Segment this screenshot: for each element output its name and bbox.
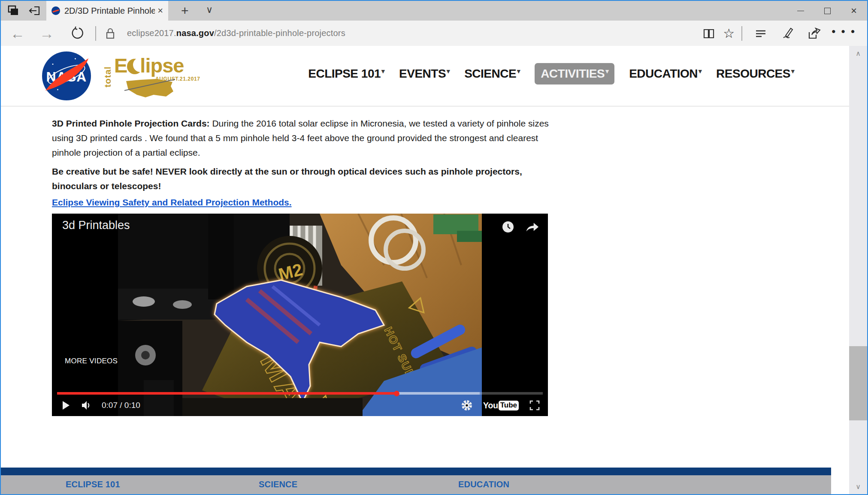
main-navigation: ECLIPSE 101▾ EVENTS▾ SCIENCE▾ ACTIVITIES…	[308, 63, 794, 85]
browser-toolbar: ← → eclipse2017.nasa.gov/2d3d-printable-…	[1, 21, 867, 46]
safety-link[interactable]: Eclipse Viewing Safety and Related Proje…	[52, 197, 292, 208]
share-icon[interactable]	[807, 26, 821, 41]
hub-icon[interactable]	[753, 26, 768, 41]
new-tab-button[interactable]: +	[181, 3, 189, 18]
nav-activities[interactable]: ACTIVITIES▾	[535, 63, 614, 85]
chevron-down-icon: ▾	[381, 67, 384, 75]
reading-view-icon[interactable]	[702, 26, 716, 41]
footer-link-eclipse-101[interactable]: ECLIPSE 101	[66, 480, 120, 489]
watch-later-icon[interactable]	[502, 220, 514, 233]
paragraph-1: 3D Printed Pinhole Projection Cards: Dur…	[52, 116, 550, 160]
crescent-moon-icon	[127, 59, 140, 74]
paragraph-2-safety: Be creative but be safe! NEVER look dire…	[52, 164, 550, 193]
chevron-down-icon: ▾	[791, 67, 794, 75]
chevron-down-icon: ▾	[517, 67, 520, 75]
scrollbar[interactable]: ∧ ∨	[849, 46, 867, 494]
volume-icon[interactable]	[80, 399, 92, 411]
back-button[interactable]: ←	[10, 26, 25, 41]
tab-close-icon[interactable]: ×	[157, 5, 163, 16]
footer-navy-bar	[1, 468, 831, 475]
toolbar-divider	[741, 26, 742, 41]
youtube-video-player[interactable]: M2 MAKE HOT SURFACE	[52, 214, 548, 416]
tabs-set-aside-icon[interactable]	[7, 4, 20, 17]
url-subdomain: eclipse2017.	[127, 28, 176, 38]
page-content: NASA total Elipse AUGUST.21.2017 ECLIPSE…	[1, 46, 849, 494]
video-top-actions	[502, 220, 539, 233]
lock-icon	[103, 26, 118, 41]
chevron-down-icon: ▾	[447, 67, 450, 75]
video-title[interactable]: 3d Printables	[62, 219, 130, 232]
settings-more-icon[interactable]: • • •	[832, 25, 856, 38]
play-icon[interactable]	[60, 399, 72, 411]
youtube-logo[interactable]: YouTube	[483, 401, 519, 410]
nav-education[interactable]: EDUCATION▾	[629, 67, 702, 81]
footer-link-science[interactable]: SCIENCE	[259, 480, 297, 489]
tab-bar: 2D/3D Printable Pinhole × + ∨ ×	[1, 1, 867, 21]
scroll-down-icon[interactable]: ∨	[849, 483, 867, 491]
chevron-down-icon: ▾	[699, 67, 702, 75]
tab-title: 2D/3D Printable Pinhole	[64, 6, 155, 16]
nav-eclipse-101[interactable]: ECLIPSE 101▾	[308, 67, 384, 81]
minimize-button[interactable]	[787, 1, 814, 21]
page-viewport: ∧ ∨ NASA total Elipse AUGUST.21.2017	[1, 46, 867, 494]
url-domain: nasa.gov	[176, 28, 214, 38]
eclipse-logo[interactable]: total Elipse AUGUST.21.2017	[103, 55, 197, 98]
article: 3D Printed Pinhole Projection Cards: Dur…	[52, 107, 550, 416]
url-path: /2d3d-printable-pinhole-projectors	[214, 28, 345, 38]
nav-resources[interactable]: RESOURCES▾	[716, 67, 794, 81]
paragraph-1-lead: 3D Printed Pinhole Projection Cards:	[52, 118, 210, 128]
video-settings-gear-icon[interactable]	[461, 399, 473, 411]
video-controls: 0:07 / 0:10 YouTube	[52, 395, 548, 416]
site-header: NASA total Elipse AUGUST.21.2017 ECLIPSE…	[1, 46, 849, 106]
address-bar[interactable]: eclipse2017.nasa.gov/2d3d-printable-pinh…	[127, 28, 345, 38]
close-button[interactable]: ×	[841, 1, 867, 21]
refresh-icon[interactable]	[70, 26, 84, 41]
chevron-down-icon: ▾	[605, 67, 608, 75]
site-footer: ECLIPSE 101 SCIENCE EDUCATION	[1, 468, 831, 494]
eclipse-logo-word: Elipse	[114, 54, 184, 77]
tab-preview-chevron-icon[interactable]: ∨	[206, 4, 213, 15]
scrollbar-thumb[interactable]	[849, 346, 867, 420]
window-controls: ×	[787, 1, 867, 21]
maximize-button[interactable]	[814, 1, 841, 21]
favorites-star-icon[interactable]: ☆	[723, 27, 735, 40]
nasa-favicon-icon	[51, 6, 60, 15]
video-controls-right: YouTube	[461, 399, 540, 411]
video-frame-3d-printer: M2 MAKE HOT SURFACE	[118, 214, 482, 416]
footer-link-education[interactable]: EDUCATION	[458, 480, 509, 489]
usa-map-icon	[124, 76, 175, 98]
nav-science[interactable]: SCIENCE▾	[464, 67, 520, 81]
nav-events[interactable]: EVENTS▾	[399, 67, 450, 81]
web-note-pen-icon[interactable]	[780, 26, 795, 41]
toolbar-divider	[95, 26, 96, 41]
forward-button[interactable]: →	[39, 26, 54, 41]
eclipse-logo-total: total	[103, 66, 113, 87]
video-time: 0:07 / 0:10	[102, 401, 140, 410]
nasa-logo[interactable]: NASA	[42, 51, 91, 100]
footer-links-area: ECLIPSE 101 SCIENCE EDUCATION	[1, 475, 831, 494]
set-tabs-aside-icon[interactable]	[28, 4, 41, 17]
fullscreen-icon[interactable]	[529, 400, 540, 411]
scroll-up-icon[interactable]: ∧	[849, 49, 867, 57]
browser-tab[interactable]: 2D/3D Printable Pinhole ×	[46, 1, 168, 21]
share-video-icon[interactable]	[524, 220, 539, 233]
browser-window: 2D/3D Printable Pinhole × + ∨ × ← → ecli…	[0, 0, 868, 495]
more-videos-button[interactable]: MORE VIDEOS	[65, 357, 118, 365]
